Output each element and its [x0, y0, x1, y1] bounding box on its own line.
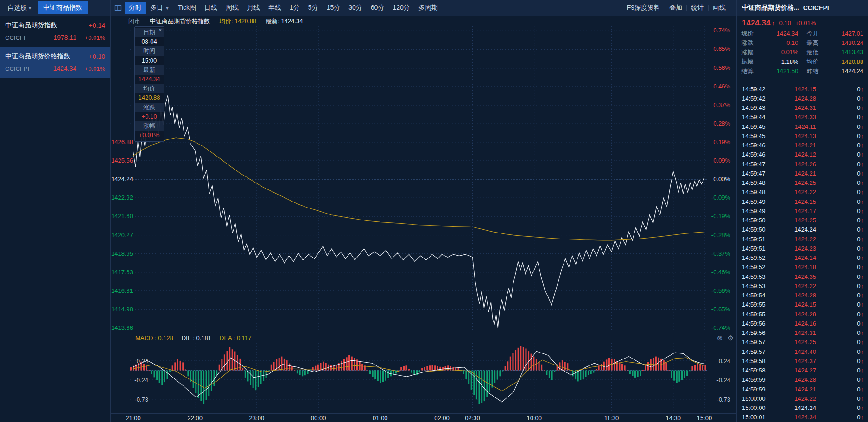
period-tab-多日[interactable]: 多日▼ — [146, 2, 174, 14]
watchlist-tab-label: 自选股 — [7, 4, 27, 12]
macd-axis-label: 0.24 — [120, 358, 148, 365]
tick-price: 1424.40 — [779, 348, 816, 355]
tick-volume-value: 0 — [857, 264, 860, 271]
period-tab-周线[interactable]: 周线 — [222, 2, 243, 14]
period-tab-月线[interactable]: 月线 — [243, 2, 264, 14]
tick-row: 14:59:421424.280↑ — [737, 94, 868, 103]
tick-row: 14:59:501424.240↑ — [737, 225, 868, 234]
tick-time: 14:59:58 — [742, 358, 779, 365]
watchlist-item-CCICFI[interactable]: 中证商品期货指数+0.14CCICFI1978.11+0.01% — [0, 16, 110, 47]
close-indicator-icon[interactable]: ⊗ — [717, 334, 723, 342]
quote-label: 结算 — [741, 67, 762, 76]
tick-volume: 0↑ — [857, 161, 864, 168]
tick-volume-value: 0 — [857, 226, 860, 233]
tick-volume: 0↑ — [857, 198, 864, 205]
last-price-readout: 最新: 1424.34 — [266, 17, 303, 25]
tick-volume-value: 0 — [857, 386, 860, 393]
watchlist-item-price: 1424.34 — [53, 65, 76, 72]
tick-price: 1424.15 — [779, 198, 816, 205]
tick-price: 1424.27 — [779, 367, 816, 374]
tick-price: 1424.25 — [779, 179, 816, 186]
tick-volume-value: 0 — [857, 376, 860, 383]
tick-volume: 0↑ — [857, 376, 864, 383]
tick-volume-value: 0 — [857, 254, 860, 261]
tick-price: 1424.15 — [779, 301, 816, 308]
toolbar-action-统计[interactable]: 统计 — [687, 2, 708, 14]
tick-up-arrow-icon: ↑ — [861, 283, 864, 290]
price-axis-label: 1420.27 — [111, 232, 128, 239]
tick-volume: 0↑ — [857, 264, 864, 271]
percent-axis-label: -0.37% — [709, 251, 730, 257]
tick-volume-value: 0 — [857, 104, 860, 111]
period-tab-Tick图[interactable]: Tick图 — [174, 2, 200, 14]
price-axis-label: 1416.31 — [111, 288, 128, 294]
tick-volume: 0↑ — [857, 414, 864, 421]
tick-price: 1424.26 — [779, 161, 816, 168]
tick-volume-value: 0 — [857, 358, 860, 365]
tooltip-label: 时间 — [135, 46, 164, 56]
caret-down-icon: ▾ — [29, 6, 31, 11]
price-axis-label: 1417.63 — [111, 269, 128, 276]
watchlist-item-code: CCICFPI — [5, 65, 29, 72]
watchlist-tab-中证商品指数[interactable]: 中证商品指数 — [38, 1, 88, 14]
quote-row: 结算1421.50昨结1424.24 — [741, 67, 863, 76]
tick-time: 14:59:43 — [742, 104, 779, 111]
tick-up-arrow-icon: ↑ — [861, 358, 864, 365]
period-tab-15分[interactable]: 15分 — [323, 2, 345, 14]
toolbar-action-叠加[interactable]: 叠加 — [665, 2, 686, 14]
quote-label: 涨跌 — [741, 39, 762, 47]
tick-volume-value: 0 — [857, 217, 860, 224]
tick-up-arrow-icon: ↑ — [861, 142, 864, 149]
quote-label: 现价 — [741, 29, 762, 38]
tick-up-arrow-icon: ↑ — [861, 348, 864, 355]
tick-up-arrow-icon: ↑ — [861, 113, 864, 120]
quote-value: 0.01% — [762, 49, 798, 56]
tick-row: 14:59:581424.370↑ — [737, 356, 868, 365]
quote-summary-grid: 现价1424.34今开1427.01涨跌0.10最高1430.24涨幅0.01%… — [737, 29, 868, 76]
quote-value: 1420.88 — [827, 58, 864, 65]
tick-price: 1424.35 — [779, 273, 816, 280]
watchlist-item-CCICFPI[interactable]: 中证商品期货价格指数+0.10CCICFPI1424.34+0.01% — [0, 47, 110, 78]
tick-volume: 0↑ — [857, 292, 864, 299]
macd-panel-controls: ⊗ ⚙ — [717, 332, 734, 344]
period-tab-label: 120分 — [393, 4, 410, 12]
period-tab-1分[interactable]: 1分 — [285, 2, 304, 14]
tick-price: 1424.28 — [779, 95, 816, 102]
tick-time: 14:59:47 — [742, 170, 779, 177]
tooltip-value: 1424.34 — [135, 75, 164, 84]
macd-chart[interactable]: 0.240.24-0.24-0.24-0.73-0.73 — [111, 343, 736, 413]
period-tab-分时[interactable]: 分时 — [125, 2, 146, 14]
watchlist-item-price: 1978.11 — [53, 34, 76, 41]
macd-axis-label: -0.24 — [710, 376, 730, 383]
price-chart[interactable]: 1426.881425.561424.241422.921421.601420.… — [111, 26, 736, 332]
tick-row: 14:59:451424.110↑ — [737, 122, 868, 131]
layout-grid-icon[interactable] — [114, 4, 122, 12]
toolbar-action-画线[interactable]: 画线 — [709, 2, 730, 14]
price-axis-label: 1425.56 — [111, 157, 128, 164]
tick-list[interactable]: 14:59:421424.150↑14:59:421424.280↑14:59:… — [737, 84, 868, 422]
chart-toolbar: 分时多日▼Tick图日线周线月线年线1分5分15分30分60分120分多周期 F… — [111, 0, 736, 16]
period-tab-60分[interactable]: 60分 — [367, 2, 389, 14]
tick-volume: 0↑ — [857, 104, 864, 111]
period-tab-年线[interactable]: 年线 — [264, 2, 285, 14]
quote-value: 1430.24 — [827, 39, 864, 46]
tick-row: 14:59:431424.310↑ — [737, 103, 868, 113]
period-tab-5分[interactable]: 5分 — [304, 2, 323, 14]
indicator-settings-gear-icon[interactable]: ⚙ — [728, 334, 734, 342]
toolbar-action-F9深度资料[interactable]: F9深度资料 — [623, 2, 665, 14]
tick-up-arrow-icon: ↑ — [861, 395, 864, 402]
quote-panel: 1424.34 ↑ 0.10 +0.01% 现价1424.34今开1427.01… — [736, 16, 868, 422]
period-tab-30分[interactable]: 30分 — [344, 2, 367, 14]
tick-price: 1424.31 — [779, 329, 816, 336]
period-tab-label: 30分 — [348, 4, 362, 12]
period-tab-多周期[interactable]: 多周期 — [414, 2, 442, 14]
period-tab-120分[interactable]: 120分 — [388, 2, 414, 14]
tooltip-close-icon[interactable]: × — [158, 27, 162, 33]
price-change-pct: +0.01% — [795, 19, 816, 26]
watchlist-tab-自选股[interactable]: 自选股▾ — [5, 1, 34, 14]
tick-volume-value: 0 — [857, 283, 860, 290]
tick-row: 14:59:531424.350↑ — [737, 272, 868, 281]
period-tab-日线[interactable]: 日线 — [200, 2, 222, 14]
tick-time: 14:59:45 — [742, 123, 779, 130]
tick-volume-value: 0 — [857, 123, 860, 130]
